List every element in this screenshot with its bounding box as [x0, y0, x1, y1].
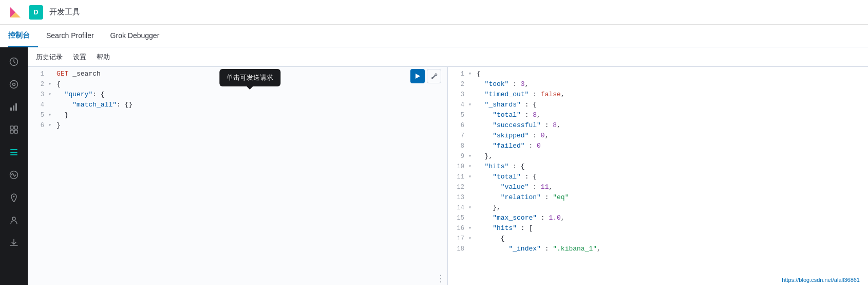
sidebar — [0, 47, 28, 285]
right-line-1: 1 ▾ { — [448, 69, 868, 79]
right-line-12: 12 "value" : 11, — [448, 182, 868, 192]
svg-point-16 — [12, 217, 15, 220]
right-line-11: 11 ▾ "total" : { — [448, 172, 868, 182]
app-avatar: D — [29, 5, 43, 20]
svg-rect-9 — [10, 130, 13, 133]
code-line-5: 5 ▾ } — [28, 110, 447, 120]
right-line-17: 17 ▾ { — [448, 234, 868, 244]
right-code-editor: 1 ▾ { 2 "took" : 3, 3 "timed_out" : fals… — [448, 67, 868, 285]
right-line-7: 7 "skipped" : 0, — [448, 131, 868, 141]
right-line-3: 3 "timed_out" : false, — [448, 90, 868, 100]
code-line-6: 6 ▾ } — [28, 120, 447, 131]
svg-rect-7 — [10, 126, 13, 129]
right-line-2: 2 "took" : 3, — [448, 79, 868, 90]
right-line-6: 6 "successful" : 8, — [448, 120, 868, 131]
sidebar-icon-clock[interactable] — [4, 51, 24, 72]
sidebar-icon-maps[interactable] — [4, 187, 24, 208]
code-line-2: 2 ▾ { — [28, 79, 447, 90]
svg-rect-12 — [10, 152, 17, 153]
code-line-3: 3 ▾ "query": { — [28, 90, 447, 100]
sidebar-icon-dashboard[interactable] — [4, 119, 24, 140]
tab-search-profiler[interactable]: Search Profiler — [38, 25, 102, 47]
editor-area: 单击可发送请求 — [28, 67, 868, 285]
kibana-logo — [8, 5, 23, 20]
right-line-15: 15 "max_score" : 1.0, — [448, 213, 868, 223]
code-line-4: 4 "match_all": {} — [28, 100, 447, 110]
content-area: 历史记录 设置 帮助 单击可发送请求 — [28, 47, 868, 285]
sidebar-icon-download[interactable] — [4, 233, 24, 253]
toolbar-help[interactable]: 帮助 — [97, 52, 110, 62]
right-line-13: 13 "relation" : "eq" — [448, 192, 868, 203]
right-line-8: 8 "failed" : 0 — [448, 141, 868, 151]
sidebar-icon-users[interactable] — [4, 210, 24, 230]
right-panel: 1 ▾ { 2 "took" : 3, 3 "timed_out" : fals… — [448, 67, 868, 285]
sidebar-icon-devtools[interactable] — [4, 142, 24, 163]
settings-wrench-button[interactable] — [427, 69, 441, 83]
svg-point-3 — [13, 83, 15, 86]
right-line-9: 9 ▾ }, — [448, 151, 868, 162]
tab-console[interactable]: 控制台 — [8, 25, 38, 47]
sidebar-icon-monitoring[interactable] — [4, 165, 24, 185]
nav-tabs: 控制台 Search Profiler Grok Debugger — [0, 25, 868, 47]
editor-actions — [410, 69, 441, 83]
main-layout: 历史记录 设置 帮助 单击可发送请求 — [0, 47, 868, 285]
svg-rect-6 — [15, 103, 17, 111]
toolbar: 历史记录 设置 帮助 — [28, 47, 868, 67]
svg-rect-13 — [10, 154, 17, 155]
left-panel: 单击可发送请求 — [28, 67, 448, 285]
right-line-18: 18 "_index" : ".kibana_1", — [448, 244, 868, 254]
bottom-dots: ⋮ — [436, 274, 445, 283]
bottom-url: https://blog.csdn.net/alall36861 — [782, 277, 860, 283]
topbar-title: 开发工具 — [49, 7, 80, 17]
svg-rect-5 — [13, 105, 14, 111]
svg-rect-4 — [10, 108, 12, 111]
right-line-16: 16 ▾ "hits" : [ — [448, 223, 868, 234]
svg-point-15 — [13, 196, 15, 198]
code-line-1: 1 GET _search — [28, 69, 447, 79]
svg-point-2 — [10, 81, 18, 88]
left-code-editor[interactable]: 1 GET _search 2 ▾ { 3 ▾ "query": { — [28, 67, 447, 285]
toolbar-settings[interactable]: 设置 — [73, 52, 86, 62]
sidebar-icon-discover[interactable] — [4, 74, 24, 95]
run-button[interactable] — [410, 69, 425, 83]
right-line-10: 10 ▾ "hits" : { — [448, 162, 868, 172]
svg-rect-10 — [14, 130, 17, 133]
topbar: D 开发工具 — [0, 0, 868, 25]
tab-grok-debugger[interactable]: Grok Debugger — [102, 25, 168, 47]
svg-rect-8 — [14, 126, 17, 129]
right-line-5: 5 "total" : 8, — [448, 110, 868, 120]
svg-rect-11 — [10, 149, 17, 150]
toolbar-history[interactable]: 历史记录 — [36, 52, 63, 62]
sidebar-icon-visualize[interactable] — [4, 97, 24, 117]
right-line-4: 4 ▾ "_shards" : { — [448, 100, 868, 110]
right-line-14: 14 ▾ }, — [448, 203, 868, 213]
